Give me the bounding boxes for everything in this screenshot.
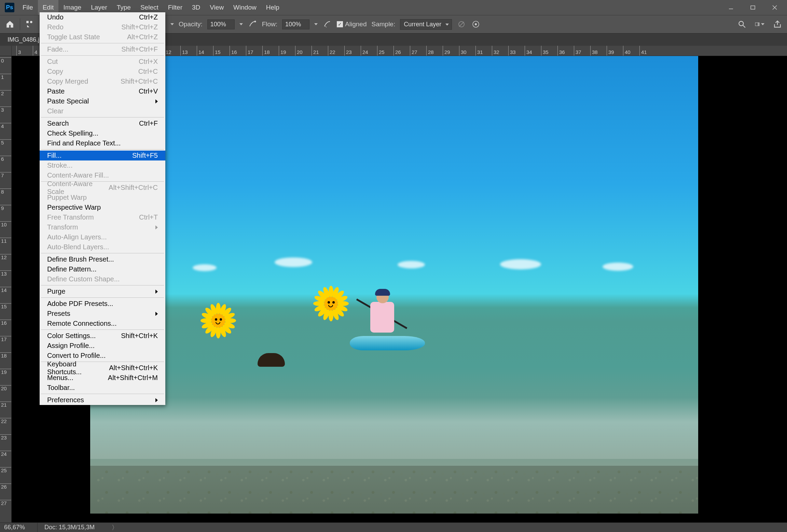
menu-item-presets[interactable]: Presets [40, 309, 165, 319]
menu-item-fade: Fade...Shift+Ctrl+F [40, 44, 165, 54]
svg-line-10 [459, 22, 464, 27]
menu-item-check-spelling[interactable]: Check Spelling... [40, 128, 165, 138]
sample-select[interactable]: Current Layer [400, 19, 452, 30]
doc-size[interactable]: Doc: 15,3M/15,3M [38, 524, 95, 531]
svg-line-14 [743, 25, 745, 28]
app-logo: Ps [5, 3, 14, 12]
menu-item-copy: CopyCtrl+C [40, 67, 165, 76]
menu-3d[interactable]: 3D [187, 0, 205, 15]
menu-item-define-custom-shape: Define Custom Shape... [40, 274, 165, 284]
menu-item-keyboard-shortcuts[interactable]: Keyboard Shortcuts...Alt+Shift+Ctrl+K [40, 363, 165, 373]
menu-item-stroke: Stroke... [40, 160, 165, 170]
menu-item-search[interactable]: SearchCtrl+F [40, 118, 165, 128]
maximize-button[interactable] [749, 3, 757, 12]
ignore-adjustment-icon[interactable] [457, 19, 466, 29]
menu-item-content-aware-fill: Content-Aware Fill... [40, 170, 165, 180]
menu-item-copy-merged: Copy MergedShift+Ctrl+C [40, 76, 165, 86]
edit-dropdown-menu: UndoCtrl+ZRedoShift+Ctrl+ZToggle Last St… [40, 12, 165, 405]
menu-item-undo[interactable]: UndoCtrl+Z [40, 12, 165, 22]
opacity-dropdown-icon[interactable] [239, 23, 243, 25]
emoji-sticker [319, 292, 343, 316]
menu-item-preferences[interactable]: Preferences [40, 395, 165, 405]
menu-item-free-transform: Free TransformCtrl+T [40, 212, 165, 222]
menu-item-color-settings[interactable]: Color Settings...Shift+Ctrl+K [40, 331, 165, 341]
menu-file[interactable]: File [18, 0, 38, 15]
zoom-level[interactable]: 66,67% [0, 523, 38, 532]
document-image [90, 56, 698, 514]
menu-item-perspective-warp[interactable]: Perspective Warp [40, 202, 165, 212]
menu-filter[interactable]: Filter [163, 0, 187, 15]
ruler-vertical[interactable]: 0123456789101112131415161718192021222324… [0, 56, 12, 522]
pressure-opacity-icon[interactable] [248, 19, 257, 29]
share-icon[interactable] [773, 19, 782, 29]
svg-point-13 [739, 21, 743, 26]
close-button[interactable] [771, 3, 779, 12]
mode-dropdown-icon[interactable] [170, 23, 174, 25]
svg-rect-1 [751, 6, 755, 9]
flow-input[interactable]: 100% [282, 19, 309, 29]
menu-item-content-aware-scale: Content-Aware ScaleAlt+Shift+Ctrl+C [40, 183, 165, 193]
image-subject [258, 353, 285, 367]
menu-item-paste-special[interactable]: Paste Special [40, 96, 165, 106]
menu-item-convert-to-profile[interactable]: Convert to Profile... [40, 351, 165, 361]
menu-item-auto-blend-layers: Auto-Blend Layers... [40, 242, 165, 252]
menu-item-adobe-pdf-presets[interactable]: Adobe PDF Presets... [40, 299, 165, 309]
menu-item-redo: RedoShift+Ctrl+Z [40, 22, 165, 32]
sample-label: Sample: [372, 20, 396, 28]
svg-point-12 [475, 23, 477, 25]
ruler-corner [0, 46, 12, 56]
menu-item-find-and-replace-text[interactable]: Find and Replace Text... [40, 138, 165, 148]
menu-item-clear: Clear [40, 106, 165, 116]
menu-item-paste[interactable]: PasteCtrl+V [40, 86, 165, 96]
menu-item-toolbar[interactable]: Toolbar... [40, 383, 165, 393]
check-icon: ✓ [337, 21, 343, 27]
menu-help[interactable]: Help [261, 0, 284, 15]
svg-point-5 [30, 21, 32, 23]
menu-item-auto-align-layers: Auto-Align Layers... [40, 232, 165, 242]
emoji-sticker [206, 309, 230, 333]
pressure-size-icon[interactable] [471, 19, 481, 29]
opacity-input[interactable]: 100% [207, 19, 235, 29]
svg-point-7 [325, 26, 326, 27]
svg-point-6 [254, 21, 256, 23]
status-caret-icon[interactable]: 〉 [112, 523, 118, 532]
menu-item-assign-profile[interactable]: Assign Profile... [40, 341, 165, 351]
menu-item-purge[interactable]: Purge [40, 286, 165, 296]
flow-dropdown-icon[interactable] [314, 23, 318, 25]
menu-view[interactable]: View [205, 0, 229, 15]
menu-item-cut: CutCtrl+X [40, 57, 165, 67]
menu-item-define-brush-preset[interactable]: Define Brush Preset... [40, 254, 165, 264]
workspace-icon[interactable] [755, 19, 764, 29]
aligned-checkbox[interactable]: ✓ Aligned [337, 20, 367, 28]
svg-rect-4 [26, 21, 29, 23]
svg-point-8 [326, 27, 327, 27]
status-bar: 66,67% Doc: 15,3M/15,3M 〉 [0, 522, 787, 532]
menu-item-remote-connections[interactable]: Remote Connections... [40, 319, 165, 328]
menu-item-define-pattern[interactable]: Define Pattern... [40, 264, 165, 274]
minimize-button[interactable] [727, 3, 735, 12]
opacity-label: Opacity: [179, 20, 203, 28]
menu-item-toggle-last-state: Toggle Last StateAlt+Ctrl+Z [40, 32, 165, 42]
menu-item-fill[interactable]: Fill...Shift+F5 [40, 151, 165, 160]
tool-preset-icon[interactable] [25, 19, 34, 29]
svg-rect-16 [758, 23, 759, 26]
airbrush-icon[interactable] [322, 19, 332, 29]
flow-label: Flow: [262, 20, 277, 28]
aligned-label: Aligned [345, 20, 367, 28]
home-icon[interactable] [5, 19, 15, 29]
search-icon[interactable] [737, 19, 747, 29]
menu-window[interactable]: Window [229, 0, 261, 15]
image-subject [353, 288, 418, 356]
menu-item-transform: Transform [40, 222, 165, 232]
